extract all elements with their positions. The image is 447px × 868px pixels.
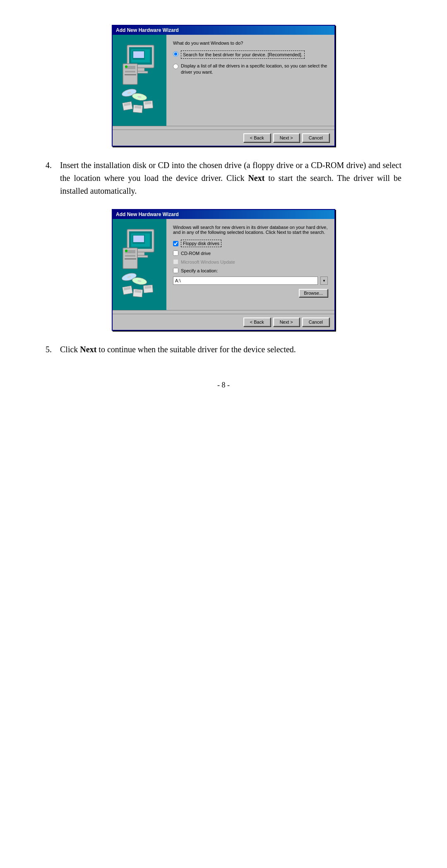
dialog2-floppy-label: Floppy disk drives	[181, 240, 221, 247]
svg-rect-9	[125, 71, 135, 72]
dialog1-option2: Display a list of all the drivers in a s…	[173, 63, 328, 75]
svg-point-10	[125, 65, 127, 68]
dialog1-question: What do you want Windows to do?	[173, 41, 328, 46]
dialog2-titlebar: Add New Hardware Wizard	[113, 210, 334, 219]
svg-rect-33	[125, 258, 136, 260]
step5-instruction: 5. Click Next to continue when the suita…	[46, 343, 401, 356]
dialog1-radio2[interactable]	[173, 64, 178, 69]
dialog2-specify-option: Specify a location:	[173, 268, 328, 273]
dialog1-cancel-button[interactable]: Cancel	[302, 133, 329, 142]
dialog2-back-button[interactable]: < Back	[243, 317, 271, 327]
svg-point-32	[125, 250, 127, 252]
svg-rect-26	[133, 236, 144, 242]
dialog1-back-button[interactable]: < Back	[243, 133, 271, 142]
dialog2-specify-checkbox[interactable]	[173, 268, 178, 273]
step4-instruction: 4. Insert the installation disk or CD in…	[46, 159, 401, 197]
dialog2-title: Add New Hardware Wizard	[116, 212, 179, 217]
svg-rect-31	[125, 255, 135, 257]
dialog1-illustration	[113, 35, 166, 126]
dialog2-cdrom-option: CD-ROM drive	[173, 250, 328, 256]
dialog1-option1-label: Search for the best driver for your devi…	[181, 50, 305, 59]
dialog1-option1: Search for the best driver for your devi…	[173, 50, 328, 59]
svg-rect-16	[123, 101, 133, 111]
svg-rect-38	[123, 286, 133, 295]
dialog2-location-row: ▼	[173, 277, 328, 285]
dialog1-radio1[interactable]	[173, 51, 178, 57]
dialog1-body: What do you want Windows to do? Search f…	[113, 35, 334, 126]
dialog1-footer: < Back Next > Cancel	[113, 130, 334, 146]
step5-bold: Next	[80, 345, 96, 354]
dialog1-next-button[interactable]: Next >	[273, 133, 300, 142]
dialog2-footer: < Back Next > Cancel	[113, 314, 334, 330]
dialog2-description: Windows will search for new drivers in i…	[173, 225, 328, 235]
dialog2-illustration	[113, 219, 166, 310]
svg-rect-4	[133, 51, 144, 58]
step5-text: Click Next to continue when the suitable…	[60, 343, 296, 356]
dialog2-winupdate-checkbox	[173, 259, 178, 264]
dialog2-dropdown-arrow[interactable]: ▼	[320, 277, 328, 285]
dialog1-content: What do you want Windows to do? Search f…	[166, 35, 334, 126]
dialog2-content: Windows will search for new drivers in i…	[166, 219, 334, 310]
step5-number: 5.	[46, 343, 52, 356]
step4-text: Insert the installation disk or CD into …	[60, 159, 401, 197]
svg-rect-11	[125, 74, 136, 75]
step5-text-after: to continue when the suitable driver for…	[96, 345, 296, 354]
dialog2-floppy-option: Floppy disk drives	[173, 240, 328, 247]
dialog1-title: Add New Hardware Wizard	[116, 27, 179, 33]
dialog2-location-input[interactable]	[173, 277, 318, 285]
dialog2-cdrom-label: CD-ROM drive	[181, 251, 211, 256]
step5-text-before: Click	[60, 345, 80, 354]
dialog2-specify-label: Specify a location:	[181, 268, 218, 273]
dialog1: Add New Hardware Wizard	[112, 25, 335, 147]
dialog2-winupdate-option: Microsoft Windows Update	[173, 259, 328, 264]
page-content: Add New Hardware Wizard	[46, 25, 401, 390]
dialog2-body: Windows will search for new drivers in i…	[113, 219, 334, 310]
computer-illustration-1	[117, 41, 162, 120]
dialog2-cdrom-checkbox[interactable]	[173, 250, 178, 256]
dialog2-floppy-checkbox[interactable]	[173, 241, 178, 246]
step4-bold: Next	[248, 173, 264, 183]
dialog2-next-button[interactable]: Next >	[273, 317, 300, 327]
page-number: - 8 -	[46, 381, 401, 390]
step4-number: 4.	[46, 159, 52, 197]
dialog1-option2-label: Display a list of all the drivers in a s…	[181, 63, 328, 75]
computer-illustration-2	[117, 225, 162, 304]
dialog2-browse-button[interactable]: Browse...	[299, 289, 328, 297]
dialog2-winupdate-label: Microsoft Windows Update	[181, 260, 235, 264]
dialog1-titlebar: Add New Hardware Wizard	[113, 26, 334, 35]
dialog2: Add New Hardware Wizard	[112, 209, 335, 331]
dialog2-cancel-button[interactable]: Cancel	[302, 317, 329, 327]
